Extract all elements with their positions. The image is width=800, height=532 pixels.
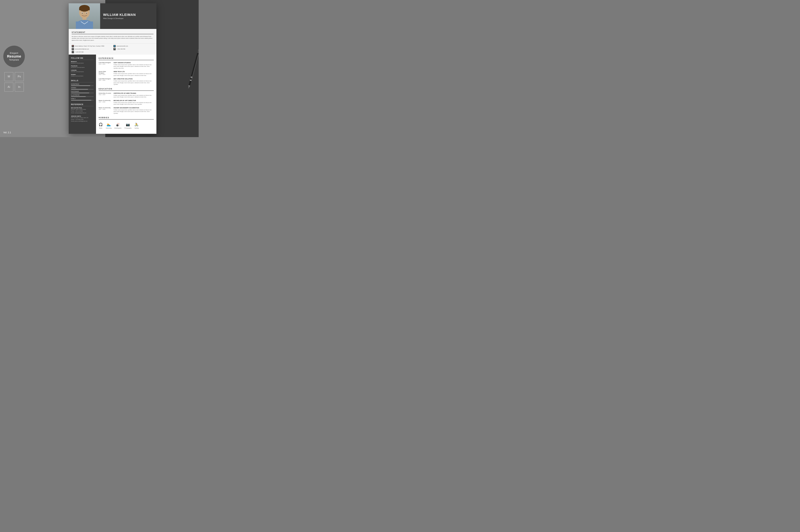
svg-point-8 — [82, 13, 83, 14]
address-icon: 📍 — [72, 45, 74, 47]
hobby-photography: 📷 Photography — [125, 122, 132, 129]
branding-circle: Elegant Resume Template — [3, 46, 25, 67]
skills-section: SKILLS WORDPRESS JOOMLA PHOTOSHOP IL — [71, 80, 94, 100]
skill-joomla: JOOMLA — [71, 87, 94, 90]
edu-item-3: Name of university 2007 - 2009 HIGHER SE… — [99, 107, 154, 114]
swimming-icon: 🏊 — [107, 122, 111, 127]
edu-item-1: University of Lorem 2010 - 2013 CERTIFIC… — [99, 92, 154, 98]
website-text: www.kevinsmith.com — [116, 45, 128, 47]
reference-section: REFERENCE MD DUSTIN PAUL Director, Matri… — [71, 103, 94, 122]
pen-decoration — [187, 48, 199, 90]
social-dribble: Dribble: dribble.com/username — [71, 74, 94, 77]
hobby-bowling: 🎳 Bowling pins — [114, 122, 122, 129]
contact-email: ✉ kevinsmith123@mail.com — [72, 48, 112, 50]
resume-label: Resume — [7, 54, 21, 59]
behance-label: Behance: — [71, 61, 94, 62]
edu-item-2: Name of university 2007 - 2009 BECHELOR … — [99, 100, 154, 105]
contact-address: 📍 Home Address, Road # 45 City Town, Cou… — [72, 45, 112, 47]
linkedin-label: Linkedin: — [71, 70, 94, 71]
facebook-label: Facebook: — [71, 65, 94, 66]
website-icon: 🌐 — [113, 45, 116, 47]
page-wrapper: Elegant Resume Template W Ps Ai In Vol. … — [0, 0, 199, 137]
ref-jenson: JENSON SMITH Web developer, Design mate … — [71, 115, 94, 122]
statement-text: My Name Is Morrison Jamie lorem empus id… — [72, 36, 153, 41]
social-behance: Behance: behance.net/username — [71, 61, 94, 64]
sw-ps-icon: Ps — [15, 72, 24, 81]
phone-text: + 1234 567 889 — [75, 51, 84, 53]
svg-rect-13 — [192, 54, 199, 80]
social-facebook: Facebook: facebook.com/username — [71, 65, 94, 68]
email-text: kevinsmith123@mail.com — [75, 48, 89, 50]
exp-item-2: Senior Web Designer 2010 - 2013 WEB TECH… — [99, 71, 154, 76]
contact-row: 📍 Home Address, Road # 45 City Town, Cou… — [69, 43, 157, 55]
cycling-icon: 🚴 — [134, 122, 139, 127]
email-icon: ✉ — [72, 48, 74, 50]
cycling-label: Cycling — [134, 127, 139, 129]
resume-card: WILLIAM KLEIMAN Web Design & Developer S… — [69, 3, 157, 134]
music-label: Music — [99, 127, 103, 129]
phone-icon: 📞 — [72, 51, 74, 53]
sw-in-icon: In — [15, 82, 24, 92]
photo-placeholder — [69, 3, 100, 29]
dribble-value: dribble.com/username — [71, 75, 94, 77]
bowling-icon: 🎳 — [116, 122, 120, 127]
svg-rect-2 — [79, 8, 90, 10]
experience-section: EXPERIENCE Lead Web Designer 2013 - 2015… — [99, 57, 154, 86]
statement-heading: STATEMENT — [72, 31, 153, 34]
hobby-swimming: 🏊 Swimming — [106, 122, 112, 129]
photo-area — [69, 3, 100, 29]
exp-item-1: Lead Web Designer 2013 - 2015 SOFT DESIG… — [99, 62, 154, 69]
education-section: EDUCATION University of Lorem 2010 - 201… — [99, 88, 154, 114]
fax-text: + 2521 564 558 — [116, 48, 125, 50]
linkedin-value: linkedin.com/username — [71, 71, 94, 72]
behance-value: behance.net/username — [71, 62, 94, 64]
contact-fax: 📠 + 2521 564 558 — [113, 48, 153, 50]
facebook-value: facebook.com/username — [71, 66, 94, 68]
elegant-label: Elegant — [10, 52, 18, 54]
svg-rect-5 — [76, 21, 93, 29]
skill-photoshop: PHOTOSHOP — [71, 91, 94, 93]
education-heading: EDUCATION — [99, 88, 154, 91]
hobbies-heading: HOBBIES — [99, 117, 154, 119]
person-svg — [73, 5, 96, 29]
vol-label: Vol. 2.1 — [3, 131, 11, 134]
address-text: Home Address, Road # 45 City Town, Count… — [75, 45, 104, 47]
resume-body: FOLLOW ME Behance: behance.net/username … — [69, 55, 157, 134]
ref-dustin: MD DUSTIN PAUL Director, Matrix media li… — [71, 107, 94, 114]
right-col: EXPERIENCE Lead Web Designer 2013 - 2015… — [96, 55, 157, 134]
hobbies-section: HOBBIES 🎧 Music 🏊 Swimming 🎳 Bowling — [99, 117, 154, 129]
name-banner: WILLIAM KLEIMAN Web Design & Developer — [100, 3, 157, 29]
skill-html5: HTML 5 — [71, 98, 94, 100]
pen-svg — [187, 48, 199, 90]
left-col: FOLLOW ME Behance: behance.net/username … — [69, 55, 96, 134]
exp-item-3: Lead Web Designer 2007 - 2009 DEV CREATI… — [99, 78, 154, 86]
skill-wordpress: WORDPRESS — [71, 83, 94, 86]
music-icon: 🎧 — [99, 122, 103, 127]
svg-point-9 — [86, 13, 87, 14]
sw-word-icon: W — [4, 72, 13, 81]
social-linkedin: Linkedin: linkedin.com/username — [71, 70, 94, 72]
hobbies-row: 🎧 Music 🏊 Swimming 🎳 Bowling pins � — [99, 121, 154, 129]
photography-label: Photography — [125, 127, 132, 129]
skills-heading: SKILLS — [71, 80, 94, 82]
job-title: Web Design & Developer — [103, 17, 153, 19]
contact-phone: 📞 + 1234 567 889 — [72, 51, 112, 53]
svg-marker-11 — [188, 86, 190, 89]
photography-icon: 📷 — [126, 122, 130, 127]
hobby-cycling: 🚴 Cycling — [134, 122, 139, 129]
contact-website: 🌐 www.kevinsmith.com — [113, 45, 153, 47]
bowling-label: Bowling pins — [114, 127, 122, 129]
fax-icon: 📠 — [113, 48, 116, 50]
skill-illustrator: ILLUSTRATOR — [71, 94, 94, 97]
branding-area: Elegant Resume Template W Ps Ai In — [3, 46, 25, 92]
experience-heading: EXPERIENCE — [99, 57, 154, 60]
follow-me-section: FOLLOW ME Behance: behance.net/username … — [71, 57, 94, 77]
hobby-music: 🎧 Music — [99, 122, 103, 129]
follow-me-heading: FOLLOW ME — [71, 57, 94, 60]
statement-area: STATEMENT My Name Is Morrison Jamie lore… — [69, 29, 157, 43]
dribble-label: Dribble: — [71, 74, 94, 75]
resume-header: WILLIAM KLEIMAN Web Design & Developer — [69, 3, 157, 29]
template-label: Template — [9, 59, 19, 61]
swimming-label: Swimming — [106, 127, 112, 129]
svg-rect-3 — [83, 18, 86, 20]
